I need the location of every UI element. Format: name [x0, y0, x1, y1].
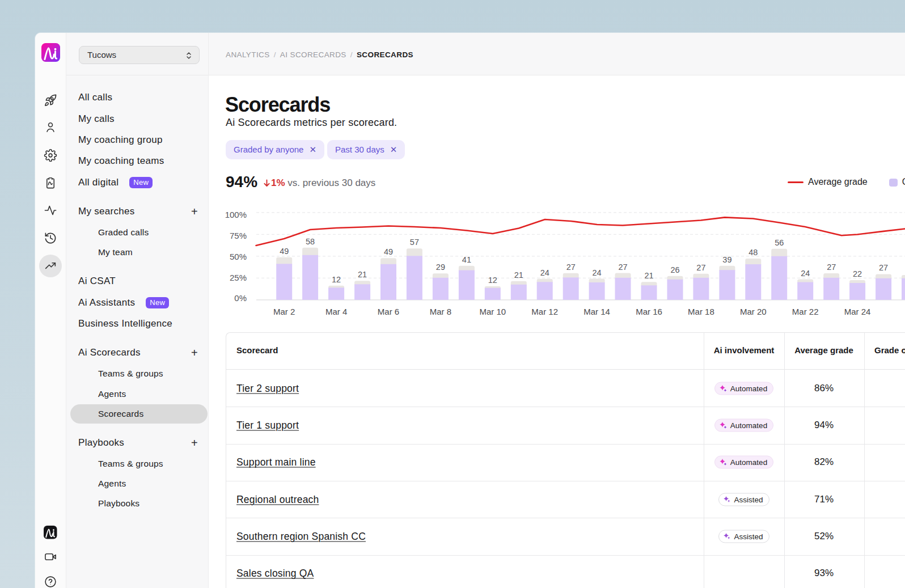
- svg-text:0%: 0%: [234, 293, 247, 303]
- svg-text:41: 41: [462, 255, 471, 264]
- svg-text:50%: 50%: [230, 252, 247, 261]
- svg-text:27: 27: [566, 263, 576, 272]
- svg-text:56: 56: [775, 238, 784, 247]
- svg-text:Mar 16: Mar 16: [636, 307, 662, 316]
- svg-text:29: 29: [436, 263, 445, 272]
- svg-text:Mar 6: Mar 6: [378, 307, 399, 316]
- svg-text:Mar 12: Mar 12: [531, 307, 558, 316]
- svg-text:21: 21: [358, 270, 367, 279]
- svg-text:27: 27: [618, 263, 627, 272]
- svg-text:26: 26: [670, 265, 679, 274]
- svg-text:39: 39: [722, 255, 731, 264]
- svg-text:49: 49: [280, 247, 289, 256]
- svg-text:27: 27: [696, 263, 705, 272]
- svg-text:25%: 25%: [230, 273, 247, 282]
- svg-text:Mar 14: Mar 14: [583, 307, 610, 316]
- svg-text:Mar 10: Mar 10: [479, 307, 506, 316]
- svg-text:100%: 100%: [225, 210, 247, 219]
- svg-text:12: 12: [332, 275, 341, 284]
- svg-text:12: 12: [488, 276, 497, 285]
- svg-text:Mar 8: Mar 8: [430, 307, 451, 316]
- svg-text:27: 27: [879, 263, 888, 272]
- svg-text:21: 21: [514, 270, 523, 280]
- svg-text:27: 27: [827, 263, 836, 272]
- svg-text:49: 49: [384, 247, 393, 256]
- svg-text:Mar 2: Mar 2: [273, 307, 295, 316]
- svg-text:24: 24: [593, 268, 602, 277]
- svg-text:Mar 20: Mar 20: [740, 307, 767, 316]
- svg-text:24: 24: [540, 268, 549, 277]
- svg-text:57: 57: [410, 238, 419, 247]
- svg-text:Mar 24: Mar 24: [844, 307, 871, 316]
- svg-text:75%: 75%: [230, 231, 247, 240]
- svg-text:24: 24: [801, 269, 810, 278]
- svg-text:Mar 22: Mar 22: [792, 307, 819, 316]
- svg-text:48: 48: [748, 248, 758, 257]
- svg-text:Mar 18: Mar 18: [688, 307, 714, 316]
- svg-text:22: 22: [853, 269, 862, 278]
- svg-text:21: 21: [644, 271, 653, 280]
- svg-text:58: 58: [306, 237, 315, 246]
- svg-text:Mar 4: Mar 4: [325, 307, 347, 316]
